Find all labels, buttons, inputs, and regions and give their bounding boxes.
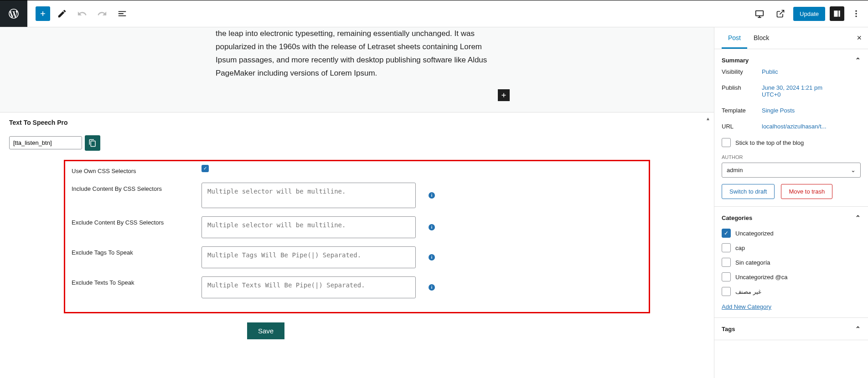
category-checkbox[interactable]: [722, 229, 731, 238]
category-label: غير مصنف: [735, 288, 761, 295]
info-icon[interactable]: i: [429, 224, 435, 230]
preview-icon[interactable]: [772, 5, 789, 22]
edit-mode-icon[interactable]: [54, 5, 70, 22]
stick-label: Stick to the top of the blog: [735, 139, 804, 146]
switch-to-draft-button[interactable]: Switch to draft: [722, 184, 775, 199]
visibility-value[interactable]: Public: [762, 68, 778, 75]
summary-panel-toggle[interactable]: Summary⌃: [722, 56, 861, 64]
svg-point-1: [855, 10, 857, 12]
exclude-css-textarea[interactable]: [202, 216, 416, 238]
highlighted-settings-box: Use Own CSS Selectors Include Content By…: [64, 160, 650, 313]
visibility-label: Visibility: [722, 68, 762, 75]
settings-sidebar: Post Block × Summary⌃ VisibilityPublic P…: [714, 27, 868, 378]
category-label: Uncategorized: [735, 230, 774, 237]
tts-metabox: ▲ Text To Speech Pro Use Own CSS Selecto…: [0, 112, 714, 353]
publish-value[interactable]: June 30, 2024 1:21 pmUTC+0: [762, 84, 822, 98]
category-checkbox[interactable]: [722, 287, 731, 296]
wordpress-logo[interactable]: [0, 0, 27, 27]
chevron-down-icon: ⌄: [851, 167, 856, 174]
categories-panel-toggle[interactable]: Categories⌃: [722, 214, 861, 221]
categories-panel: Categories⌃ Uncategorized cap Sin catego…: [714, 207, 868, 318]
category-label: Uncategorized @ca: [735, 274, 787, 281]
chevron-up-icon: ⌃: [855, 214, 861, 221]
exclude-css-label: Exclude Content By CSS Selectors: [72, 216, 202, 226]
summary-panel: Summary⌃ VisibilityPublic PublishJune 30…: [714, 49, 868, 207]
shortcode-input[interactable]: [9, 136, 82, 149]
top-toolbar: Update: [0, 0, 868, 27]
info-icon[interactable]: i: [429, 192, 435, 199]
include-css-label: Include Content By CSS Selectors: [72, 183, 202, 192]
category-checkbox[interactable]: [722, 272, 731, 281]
url-label: URL: [722, 123, 762, 130]
view-icon[interactable]: [751, 5, 768, 22]
author-label: AUTHOR: [722, 154, 861, 160]
redo-icon: [94, 5, 110, 22]
more-options-icon[interactable]: [849, 6, 863, 21]
template-label: Template: [722, 107, 762, 114]
move-to-trash-button[interactable]: Move to trash: [781, 184, 832, 199]
metabox-title: Text To Speech Pro: [9, 119, 705, 126]
svg-point-2: [855, 13, 857, 14]
author-select[interactable]: admin ⌄: [722, 163, 861, 178]
info-icon[interactable]: i: [429, 254, 435, 261]
exclude-tags-textarea[interactable]: [202, 246, 416, 268]
undo-icon: [74, 5, 90, 22]
toolbar-right: Update: [751, 5, 863, 22]
category-checkbox[interactable]: [722, 243, 731, 252]
tab-block[interactable]: Block: [747, 28, 775, 49]
add-block-inline-button[interactable]: [498, 89, 510, 101]
exclude-texts-label: Exclude Texts To Speak: [72, 276, 202, 286]
template-value[interactable]: Single Posts: [762, 107, 795, 114]
exclude-texts-textarea[interactable]: [202, 276, 416, 298]
publish-label: Publish: [722, 84, 762, 91]
update-button[interactable]: Update: [793, 7, 825, 21]
chevron-up-icon: ⌃: [855, 56, 861, 64]
svg-rect-0: [756, 11, 764, 16]
use-own-css-checkbox[interactable]: [202, 165, 209, 172]
toolbar-left: [27, 5, 130, 22]
copy-shortcode-button[interactable]: [85, 135, 100, 151]
tab-post[interactable]: Post: [722, 28, 747, 49]
svg-point-3: [855, 15, 857, 17]
category-checkbox[interactable]: [722, 258, 731, 267]
save-button[interactable]: Save: [247, 322, 284, 339]
metabox-collapse-icon[interactable]: ▲: [706, 116, 710, 121]
editor-canvas: the leap into electronic typesetting, re…: [0, 27, 714, 378]
stick-checkbox[interactable]: [722, 138, 731, 147]
url-value[interactable]: localhost/azizulhasan/t...: [762, 123, 830, 130]
use-own-css-label: Use Own CSS Selectors: [72, 165, 202, 174]
include-css-textarea[interactable]: [202, 183, 416, 208]
settings-panel-toggle[interactable]: [830, 6, 844, 21]
add-block-button[interactable]: [36, 6, 50, 21]
content-paragraph[interactable]: the leap into electronic typesetting, re…: [202, 27, 512, 80]
add-new-category-link[interactable]: Add New Category: [722, 303, 771, 310]
sidebar-tabs: Post Block ×: [714, 27, 868, 49]
document-overview-icon[interactable]: [114, 5, 130, 22]
category-label: cap: [735, 245, 745, 251]
tags-panel-toggle[interactable]: Tags⌃: [722, 325, 861, 332]
tags-panel: Tags⌃: [714, 318, 868, 340]
exclude-tags-label: Exclude Tags To Speak: [72, 246, 202, 256]
chevron-up-icon: ⌃: [855, 325, 861, 332]
category-label: Sin categoría: [735, 259, 770, 266]
info-icon[interactable]: i: [429, 284, 435, 291]
close-sidebar-icon[interactable]: ×: [857, 33, 862, 43]
